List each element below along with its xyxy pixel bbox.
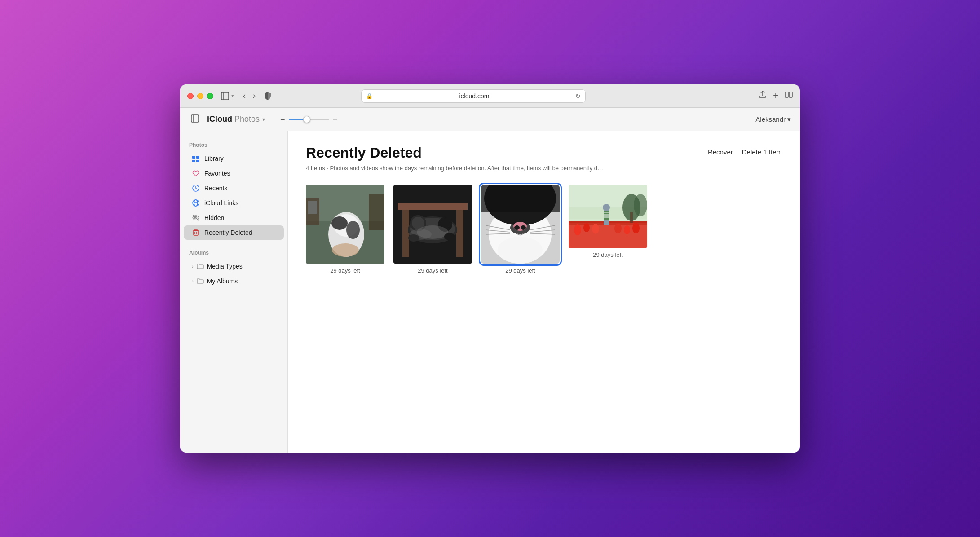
photo-item-2[interactable]: 29 days left <box>393 185 472 274</box>
svg-point-76 <box>614 224 622 233</box>
svg-rect-32 <box>398 203 468 210</box>
my-albums-label: My Albums <box>207 277 238 285</box>
app-title: iCloud Photos <box>207 114 260 124</box>
user-menu[interactable]: Aleksandr ▾ <box>755 115 791 123</box>
svg-rect-6 <box>192 156 195 159</box>
zoom-controls: − + <box>280 115 337 123</box>
recents-icon <box>192 184 200 192</box>
url-text: icloud.com <box>375 92 573 100</box>
icloud-links-icon <box>192 199 200 207</box>
photo-label-4: 29 days left <box>593 251 623 258</box>
photo-item-4[interactable]: 29 days left <box>569 185 647 274</box>
svg-point-75 <box>592 224 599 234</box>
content-header: Recently Deleted Recover Delete 1 Item <box>306 145 782 161</box>
svg-rect-28 <box>308 201 317 214</box>
sidebar-toggle-btn[interactable] <box>189 113 201 126</box>
photo-item-1[interactable]: 29 days left <box>306 185 384 274</box>
svg-point-73 <box>574 224 581 235</box>
svg-rect-72 <box>604 216 609 218</box>
svg-point-48 <box>514 225 520 230</box>
favorites-icon <box>192 169 200 177</box>
albums-section-label: Albums <box>180 246 287 259</box>
svg-rect-71 <box>604 214 609 216</box>
svg-point-77 <box>624 225 630 234</box>
media-types-chevron-icon: › <box>192 264 194 269</box>
new-tab-icon[interactable]: + <box>773 91 778 101</box>
titlebar-actions: + <box>759 91 793 101</box>
sidebar-item-library[interactable]: Library <box>184 151 284 166</box>
share-icon[interactable] <box>759 91 767 101</box>
svg-rect-66 <box>630 212 633 223</box>
sidebar-item-favorites[interactable]: Favorites <box>184 166 284 180</box>
svg-point-78 <box>632 223 640 233</box>
photo-label-2: 29 days left <box>418 267 448 274</box>
svg-point-41 <box>444 233 455 240</box>
media-types-label: Media Types <box>207 263 243 270</box>
svg-rect-4 <box>191 115 199 122</box>
svg-rect-15 <box>194 231 198 235</box>
sidebar-item-recents[interactable]: Recents <box>184 181 284 195</box>
photo-thumb-3 <box>481 185 560 264</box>
content-actions: Recover Delete 1 Item <box>708 145 782 156</box>
svg-rect-2 <box>785 92 788 97</box>
photo-label-1: 29 days left <box>330 267 360 274</box>
sidebar-item-recently-deleted[interactable]: Recently Deleted <box>184 225 284 240</box>
sidebar-item-hidden[interactable]: Hidden <box>184 211 284 225</box>
refresh-icon[interactable]: ↻ <box>575 92 581 100</box>
svg-point-40 <box>408 234 419 242</box>
tab-overview-icon[interactable] <box>785 91 793 101</box>
svg-rect-56 <box>481 185 560 212</box>
address-bar[interactable]: 🔒 icloud.com ↻ <box>361 89 586 103</box>
recently-deleted-icon <box>192 229 200 237</box>
my-albums-folder-icon <box>196 277 204 285</box>
svg-point-57 <box>498 237 543 264</box>
library-label: Library <box>204 155 224 162</box>
sidebar-item-my-albums[interactable]: › My Albums <box>184 274 284 288</box>
svg-rect-9 <box>196 160 199 162</box>
library-icon <box>192 154 200 163</box>
recover-button[interactable]: Recover <box>708 148 733 156</box>
svg-rect-27 <box>369 194 384 230</box>
recents-label: Recents <box>204 185 227 192</box>
zoom-slider[interactable] <box>289 119 329 120</box>
svg-rect-31 <box>456 203 463 257</box>
minimize-button[interactable] <box>197 93 203 99</box>
close-button[interactable] <box>187 93 194 99</box>
sidebar-toggle[interactable]: ▾ <box>221 92 234 101</box>
back-button[interactable]: ‹ <box>240 90 248 101</box>
svg-rect-7 <box>196 156 199 159</box>
icloud-links-label: iCloud Links <box>204 199 238 207</box>
sidebar-item-media-types[interactable]: › Media Types <box>184 259 284 273</box>
svg-point-24 <box>346 221 360 239</box>
photo-thumb-1 <box>306 185 384 264</box>
sidebar: Photos Library F <box>180 131 288 453</box>
titlebar: ▾ ‹ › 🔒 icloud.com ↻ + <box>180 84 800 108</box>
content-subtitle: 4 Items · Photos and videos show the day… <box>306 165 782 172</box>
svg-point-23 <box>331 216 348 230</box>
app-title-group: iCloud Photos ▾ <box>207 114 265 124</box>
delete-button[interactable]: Delete 1 Item <box>742 148 782 156</box>
hidden-label: Hidden <box>204 214 224 221</box>
photo-thumb-2 <box>393 185 472 264</box>
svg-rect-0 <box>221 92 229 100</box>
user-chevron-icon: ▾ <box>787 115 791 123</box>
favorites-label: Favorites <box>204 170 230 177</box>
forward-button[interactable]: › <box>250 90 258 101</box>
shield-icon <box>263 91 273 101</box>
photo-item-3[interactable]: 29 days left <box>481 185 560 274</box>
media-types-folder-icon <box>196 262 204 270</box>
main-content: Photos Library F <box>180 131 800 453</box>
my-albums-chevron-icon: › <box>192 278 194 284</box>
svg-point-74 <box>583 223 590 232</box>
svg-rect-8 <box>192 160 195 162</box>
page-title: Recently Deleted <box>306 145 422 161</box>
photos-section-label: Photos <box>180 138 287 151</box>
zoom-out-button[interactable]: − <box>280 115 285 123</box>
zoom-in-button[interactable]: + <box>333 115 338 123</box>
svg-point-49 <box>521 225 526 230</box>
user-name: Aleksandr <box>755 115 786 123</box>
app-title-chevron[interactable]: ▾ <box>262 116 265 123</box>
maximize-button[interactable] <box>207 93 213 99</box>
photo-thumb-4 <box>569 185 647 248</box>
sidebar-item-icloud-links[interactable]: iCloud Links <box>184 196 284 210</box>
